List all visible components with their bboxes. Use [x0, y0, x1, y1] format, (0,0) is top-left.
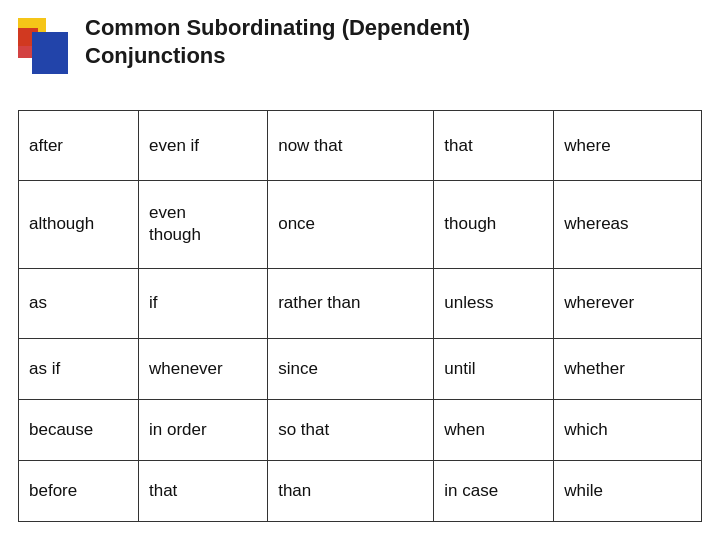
- title-area: Common Subordinating (Dependent) Conjunc…: [85, 14, 700, 69]
- table-cell: where: [554, 111, 702, 181]
- table-cell: in order: [138, 399, 267, 460]
- table-cell: that: [434, 111, 554, 181]
- table-cell: before: [19, 460, 139, 521]
- blue-block: [32, 32, 68, 74]
- table-cell: even if: [138, 111, 267, 181]
- table-cell: since: [268, 338, 434, 399]
- decorative-blocks: [18, 18, 74, 90]
- table-cell: whenever: [138, 338, 267, 399]
- table-cell: whether: [554, 338, 702, 399]
- table-cell: than: [268, 460, 434, 521]
- table-cell: while: [554, 460, 702, 521]
- title-line2: Conjunctions: [85, 43, 226, 68]
- table-row: as ifwheneversinceuntilwhether: [19, 338, 702, 399]
- table-cell: because: [19, 399, 139, 460]
- table-row: beforethatthanin casewhile: [19, 460, 702, 521]
- table-cell: so that: [268, 399, 434, 460]
- table-cell: if: [138, 268, 267, 338]
- table-area: aftereven ifnow thatthatwherealthougheve…: [18, 110, 702, 522]
- table-cell: though: [434, 181, 554, 268]
- table-cell: eventhough: [138, 181, 267, 268]
- table-cell: in case: [434, 460, 554, 521]
- table-cell: as: [19, 268, 139, 338]
- table-cell: until: [434, 338, 554, 399]
- table-row: aftereven ifnow thatthatwhere: [19, 111, 702, 181]
- title-line1: Common Subordinating (Dependent): [85, 15, 470, 40]
- table-cell: as if: [19, 338, 139, 399]
- table-cell: whereas: [554, 181, 702, 268]
- table-cell: after: [19, 111, 139, 181]
- page-container: Common Subordinating (Dependent) Conjunc…: [0, 0, 720, 540]
- table-cell: wherever: [554, 268, 702, 338]
- table-cell: rather than: [268, 268, 434, 338]
- table-row: becausein orderso thatwhenwhich: [19, 399, 702, 460]
- table-cell: once: [268, 181, 434, 268]
- table-cell: now that: [268, 111, 434, 181]
- table-cell: which: [554, 399, 702, 460]
- conjunctions-table: aftereven ifnow thatthatwherealthougheve…: [18, 110, 702, 522]
- table-row: althougheventhoughoncethoughwhereas: [19, 181, 702, 268]
- table-cell: although: [19, 181, 139, 268]
- table-cell: unless: [434, 268, 554, 338]
- page-title: Common Subordinating (Dependent) Conjunc…: [85, 14, 700, 69]
- table-row: asifrather thanunlesswherever: [19, 268, 702, 338]
- table-cell: when: [434, 399, 554, 460]
- table-cell: that: [138, 460, 267, 521]
